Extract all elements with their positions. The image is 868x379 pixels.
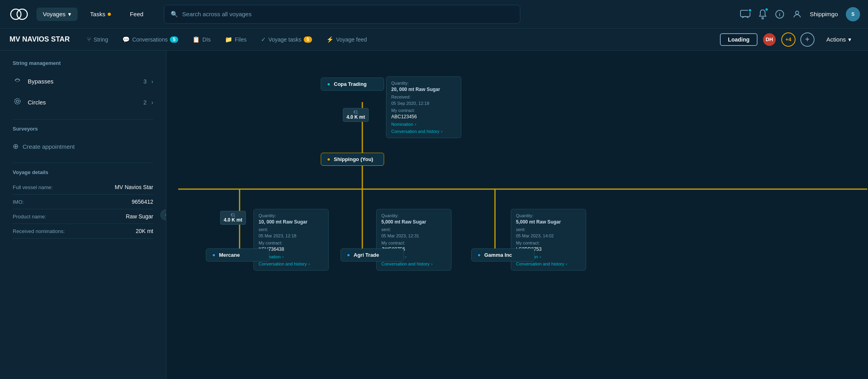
mercane-conversation-link[interactable]: Conversation and history › <box>259 262 324 266</box>
gamma-inc-conversation-link[interactable]: Conversation and history › <box>516 262 581 266</box>
notifications-icon[interactable] <box>758 9 767 19</box>
chevron-down-icon: ▾ <box>68 11 71 18</box>
avatar-plus4[interactable]: +4 <box>781 32 796 47</box>
voyage-detail-vessel: Full vessel name: MV Navios Star <box>13 180 153 195</box>
voyage-details-section: Voyage details Full vessel name: MV Navi… <box>0 169 166 239</box>
create-appt-icon: ⊕ <box>13 142 19 151</box>
divider-1 <box>13 119 153 119</box>
bypasses-count: 3 <box>143 78 147 85</box>
nav-tasks[interactable]: Tasks <box>84 8 117 21</box>
actions-button[interactable]: Actions ▾ <box>819 33 858 46</box>
svg-point-0 <box>11 9 21 19</box>
messages-icon[interactable] <box>740 10 750 19</box>
conversations-icon: 💬 <box>122 36 130 43</box>
search-icon: 🔍 <box>171 11 178 18</box>
sidebar-item-circles[interactable]: Circles 2 › <box>0 92 166 113</box>
voyage-tasks-badge: 5 <box>304 36 312 43</box>
shippingo-dot <box>327 157 331 161</box>
voyage-detail-nominations: Received nominations: 20K mt <box>13 224 153 239</box>
circles-count: 2 <box>143 99 147 106</box>
string-icon: ⑂ <box>87 36 91 43</box>
second-nav: MV NAVIOS STAR ⑂ String 💬 Conversations … <box>0 28 868 51</box>
tab-conversations[interactable]: 💬 Conversations 5 <box>116 33 185 46</box>
gamma-inc-dot <box>477 253 481 257</box>
add-person-button[interactable]: + <box>800 32 815 47</box>
circles-arrow-icon: › <box>151 99 153 106</box>
dis-icon: 📋 <box>192 36 200 43</box>
user-icon[interactable] <box>792 9 802 19</box>
agri-trade-dot <box>346 253 350 257</box>
messages-badge <box>748 8 752 12</box>
mercane-company-node: Mercane <box>206 248 269 262</box>
voyage-details-title: Voyage details <box>0 169 166 175</box>
copa-trading-dot <box>327 82 331 86</box>
mercane-dot <box>212 253 216 257</box>
avatar-dh[interactable]: DH <box>762 32 777 47</box>
string-management-section: String management Bypasses 3 › <box>0 60 166 113</box>
nav-voyages[interactable]: Voyages ▾ <box>36 8 78 21</box>
divider-2 <box>13 163 153 163</box>
vessel-name: MV NAVIOS STAR <box>10 35 70 44</box>
qty-badge-top: €1 4.0 K mt <box>343 108 369 122</box>
global-search[interactable]: 🔍 Search across all voyages <box>164 5 520 24</box>
create-appointment-button[interactable]: ⊕ Create appointment <box>0 136 166 156</box>
top-nav: Voyages ▾ Tasks Feed 🔍 Search across all… <box>0 0 868 28</box>
svg-point-6 <box>796 11 799 14</box>
conversations-badge: 5 <box>170 36 178 43</box>
svg-point-8 <box>16 100 19 102</box>
app-logo <box>8 7 30 21</box>
copa-trading-card: Quantity: 20, 000 mt Raw Sugar Received:… <box>386 76 461 138</box>
svg-point-1 <box>17 9 27 19</box>
sidebar-item-bypasses[interactable]: Bypasses 3 › <box>0 71 166 92</box>
voyage-tasks-icon: ✓ <box>261 36 266 43</box>
surveyors-title: Surveyors <box>0 126 166 132</box>
main-content: Copa Trading €1 4.0 K mt Quantity: 20, 0… <box>166 51 868 379</box>
actions-chevron-icon: ▾ <box>848 36 851 43</box>
qty-badge-bottom: €1 4.0 K mt <box>220 211 246 225</box>
agri-trade-conversation-link[interactable]: Conversation and history › <box>381 262 446 266</box>
tab-string[interactable]: ⑂ String <box>81 33 114 46</box>
svg-text:i: i <box>779 11 780 17</box>
bypasses-icon <box>13 76 22 86</box>
shippingo-node: Shippingo (You) <box>321 153 384 166</box>
tab-files[interactable]: 📁 Files <box>219 33 253 46</box>
notifications-badge <box>765 8 769 11</box>
svg-point-3 <box>762 17 763 19</box>
nav-feed[interactable]: Feed <box>124 8 150 21</box>
copa-conversation-link[interactable]: Conversation and history › <box>391 129 456 134</box>
tasks-notification-dot <box>108 13 111 16</box>
svg-point-7 <box>15 99 20 104</box>
gamma-inc-company-node: Gamma Inc <box>471 248 535 262</box>
info-icon[interactable]: i <box>775 9 784 19</box>
sidebar: String management Bypasses 3 › <box>0 51 166 379</box>
tab-voyage-tasks[interactable]: ✓ Voyage tasks 5 <box>255 33 318 46</box>
files-icon: 📁 <box>225 36 232 43</box>
bypasses-label: Bypasses <box>28 78 143 85</box>
bypasses-arrow-icon: › <box>151 78 153 85</box>
nav-right-icons: i Shippimgo S <box>740 7 860 21</box>
copa-trading-node: Copa Trading <box>321 78 384 91</box>
voyage-detail-product: Product name: Raw Sugar <box>13 209 153 224</box>
tab-voyage-feed[interactable]: ⚡ Voyage feed <box>320 33 373 46</box>
voyage-detail-imo: IMO: 9656412 <box>13 195 153 209</box>
surveyors-section: Surveyors ⊕ Create appointment <box>0 126 166 156</box>
copa-nomination-link[interactable]: Nomination › <box>391 122 456 127</box>
user-avatar[interactable]: S <box>846 7 860 21</box>
agri-trade-company-node: Agri Trade <box>341 248 404 262</box>
string-management-title: String management <box>0 60 166 66</box>
tab-dis[interactable]: 📋 DIs <box>186 33 217 46</box>
status-badge: Loading <box>720 33 757 46</box>
voyage-feed-icon: ⚡ <box>326 36 334 43</box>
circles-label: Circles <box>28 99 143 106</box>
username-label: Shippimgo <box>810 11 838 17</box>
diagram-area: Copa Trading €1 4.0 K mt Quantity: 20, 0… <box>166 51 868 379</box>
main-layout: String management Bypasses 3 › <box>0 51 868 379</box>
circles-icon <box>13 97 22 107</box>
